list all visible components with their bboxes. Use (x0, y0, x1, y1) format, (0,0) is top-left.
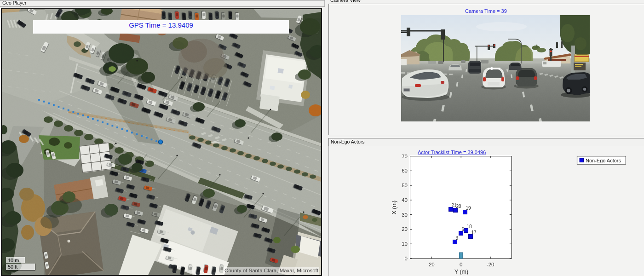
svg-text:40: 40 (402, 197, 408, 203)
svg-text:19: 19 (466, 206, 472, 211)
svg-text:17: 17 (472, 230, 477, 235)
svg-text:-20: -20 (487, 262, 494, 267)
svg-text:20: 20 (402, 226, 408, 232)
svg-text:0: 0 (460, 262, 462, 267)
svg-text:6: 6 (462, 227, 465, 232)
svg-text:Actor Tracklist Time = 39.0496: Actor Tracklist Time = 39.0496 (418, 150, 486, 155)
svg-text:60: 60 (402, 168, 408, 173)
svg-text:X (m): X (m) (391, 201, 397, 215)
svg-text:30: 30 (402, 212, 408, 218)
svg-text:Non-Ego Actors: Non-Ego Actors (586, 158, 621, 163)
svg-text:20: 20 (456, 204, 462, 209)
svg-text:50: 50 (402, 183, 408, 188)
svg-text:0: 0 (405, 256, 408, 261)
svg-text:70: 70 (402, 154, 408, 159)
svg-text:20: 20 (429, 262, 435, 267)
svg-text:10: 10 (402, 241, 408, 247)
svg-text:3: 3 (456, 236, 459, 241)
svg-text:18: 18 (467, 224, 472, 229)
svg-text:Y (m): Y (m) (454, 269, 468, 275)
